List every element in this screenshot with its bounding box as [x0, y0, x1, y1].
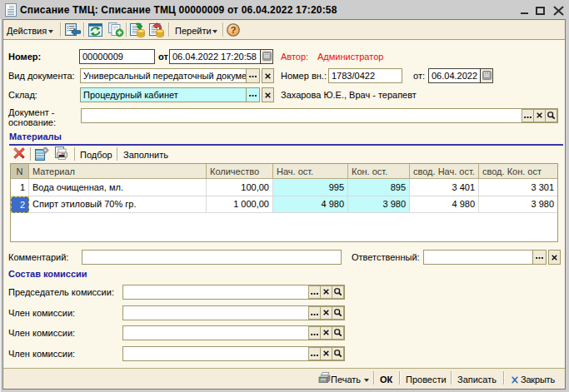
svg-text:?: ?: [230, 25, 236, 35]
